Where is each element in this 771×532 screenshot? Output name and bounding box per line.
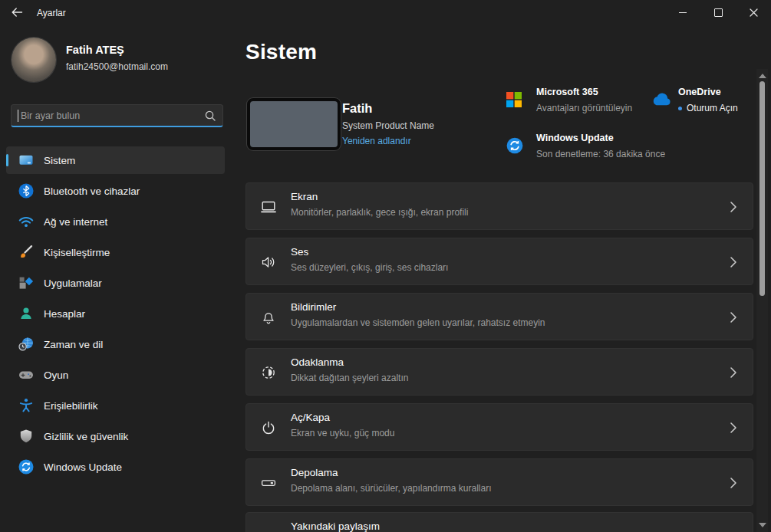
scrollbar-thumb[interactable] [759, 81, 765, 296]
sidebar-item-ag-ve-internet[interactable]: Ağ ve internet [6, 208, 225, 235]
sidebar-item-label: Gizlilik ve güvenlik [44, 431, 128, 442]
settings-window: Ayarlar Fatih ATEŞ fatih24500@hotmail.co… [0, 0, 771, 532]
chevron-right-icon [730, 256, 737, 268]
clock-globe-icon [18, 336, 35, 353]
paintbrush-icon [18, 244, 35, 261]
sidebar-item-label: Hesaplar [44, 308, 85, 320]
sidebar-item-kisisellestirme[interactable]: Kişiselleştirme [6, 238, 225, 266]
m365-title[interactable]: Microsoft 365 [536, 87, 598, 97]
accessibility-icon [18, 397, 35, 414]
sidebar-item-label: Uygulamalar [44, 277, 102, 289]
microsoft-logo-icon [506, 91, 522, 108]
scrollbar-up-arrow-icon[interactable] [759, 74, 766, 78]
page-title: Sistem [245, 40, 317, 64]
sidebar-item-label: Kişiselleştirme [44, 247, 110, 258]
system-monitor-icon [18, 152, 35, 169]
wifi-icon [18, 213, 35, 230]
sidebar-item-label: Windows Update [44, 461, 122, 473]
settings-row-odaklanma[interactable]: Odaklanma Dikkat dağıtan şeyleri azaltın [245, 348, 753, 396]
sidebar-item-windows-update[interactable]: Windows Update [6, 453, 225, 481]
device-name: Fatih [342, 101, 372, 116]
chevron-right-icon [730, 477, 737, 489]
chevron-right-icon [730, 201, 737, 213]
row-title: Aç/Kapa [291, 412, 330, 423]
gamepad-icon [18, 366, 35, 383]
maximize-button[interactable] [700, 0, 736, 25]
sidebar-item-label: Zaman ve dil [44, 339, 103, 350]
chevron-right-icon [730, 366, 737, 379]
device-thumbnail [247, 98, 341, 150]
sidebar-item-hesaplar[interactable]: Hesaplar [6, 300, 225, 327]
sidebar-item-label: Bluetooth ve cihazlar [44, 186, 140, 197]
power-icon [259, 419, 278, 437]
row-subtitle: Ekran ve uyku, güç modu [291, 428, 394, 438]
device-product-name: System Product Name [342, 120, 434, 131]
onedrive-status[interactable]: Oturum Açın [678, 103, 738, 113]
scrollbar-down-arrow-icon[interactable] [759, 523, 766, 527]
sidebar-item-erisilebilirlik[interactable]: Erişilebilirlik [6, 392, 225, 419]
nearby-share-icon [259, 527, 278, 532]
onedrive-status-text: Oturum Açın [687, 103, 738, 113]
row-title: Odaklanma [291, 356, 344, 368]
user-email: fatih24500@hotmail.com [66, 61, 168, 72]
settings-row-ses[interactable]: Ses Ses düzeyleri, çıkış, giriş, ses cih… [245, 238, 753, 285]
storage-icon [259, 474, 278, 492]
sidebar-item-label: Sistem [44, 155, 75, 166]
onedrive-title[interactable]: OneDrive [678, 87, 721, 97]
settings-row-ekran[interactable]: Ekran Monitörler, parlaklık, gece ışığı,… [245, 182, 753, 230]
onedrive-icon [649, 93, 672, 108]
sidebar-item-sistem[interactable]: Sistem [6, 146, 225, 174]
row-title: Depolama [291, 467, 338, 478]
minimize-button[interactable] [665, 0, 700, 25]
row-title: Bildirimler [291, 301, 336, 313]
sidebar-item-label: Oyun [44, 369, 68, 381]
rename-link[interactable]: Yeniden adlandır [342, 136, 411, 146]
sidebar-item-bluetooth[interactable]: Bluetooth ve cihazlar [6, 177, 225, 205]
speaker-icon [259, 253, 278, 271]
update-icon [18, 458, 35, 475]
text-caret [18, 110, 18, 122]
row-subtitle: Depolama alanı, sürücüler, yapılandırma … [291, 483, 491, 494]
bluetooth-icon [18, 182, 35, 199]
row-title: Yakındaki paylaşım [291, 521, 380, 532]
row-subtitle: Ses düzeyleri, çıkış, giriş, ses cihazla… [291, 262, 448, 273]
row-subtitle: Monitörler, parlaklık, gece ışığı, ekran… [291, 207, 468, 218]
shield-icon [18, 428, 35, 445]
back-button[interactable] [3, 0, 31, 25]
sidebar-item-oyun[interactable]: Oyun [6, 361, 225, 389]
window-title: Ayarlar [37, 8, 66, 18]
settings-row-ac-kapa[interactable]: Aç/Kapa Ekran ve uyku, güç modu [245, 403, 753, 451]
windows-update-title[interactable]: Windows Update [536, 133, 614, 143]
close-button[interactable] [736, 0, 771, 25]
sidebar-item-gizlilik[interactable]: Gizlilik ve güvenlik [6, 422, 225, 450]
settings-row-yakindaki-paylasim[interactable]: Yakındaki paylaşım [245, 512, 753, 532]
user-name: Fatih ATEŞ [66, 44, 124, 56]
display-icon [259, 198, 278, 216]
settings-row-depolama[interactable]: Depolama Depolama alanı, sürücüler, yapı… [245, 458, 753, 506]
search-box[interactable] [11, 104, 223, 127]
settings-row-bildirimler[interactable]: Bildirimler Uygulamalardan ve sistemden … [245, 293, 753, 340]
status-dot [678, 107, 682, 110]
sidebar-item-uygulamalar[interactable]: Uygulamalar [6, 269, 225, 297]
user-avatar[interactable] [12, 38, 56, 82]
chevron-right-icon [730, 422, 737, 434]
windows-update-icon [506, 136, 524, 155]
apps-icon [18, 274, 35, 291]
row-title: Ekran [291, 191, 318, 202]
sidebar-item-label: Ağ ve internet [44, 216, 107, 228]
minimize-icon [679, 12, 687, 13]
row-title: Ses [291, 246, 308, 258]
back-icon [11, 7, 23, 18]
sidebar-item-label: Erişilebilirlik [44, 400, 98, 412]
sidebar-item-zaman-ve-dil[interactable]: Zaman ve dil [6, 330, 225, 358]
row-subtitle: Dikkat dağıtan şeyleri azaltın [291, 373, 408, 383]
windows-update-status: Son denetleme: 36 dakika önce [536, 149, 665, 159]
search-input[interactable] [19, 110, 204, 122]
account-person-icon [18, 305, 35, 322]
search-icon [204, 110, 216, 122]
chevron-right-icon [730, 311, 737, 323]
row-subtitle: Uygulamalardan ve sistemden gelen uyarıl… [291, 317, 545, 328]
close-icon [750, 8, 758, 17]
m365-subtitle[interactable]: Avantajları görüntüleyin [536, 103, 632, 113]
focus-icon [259, 363, 278, 382]
